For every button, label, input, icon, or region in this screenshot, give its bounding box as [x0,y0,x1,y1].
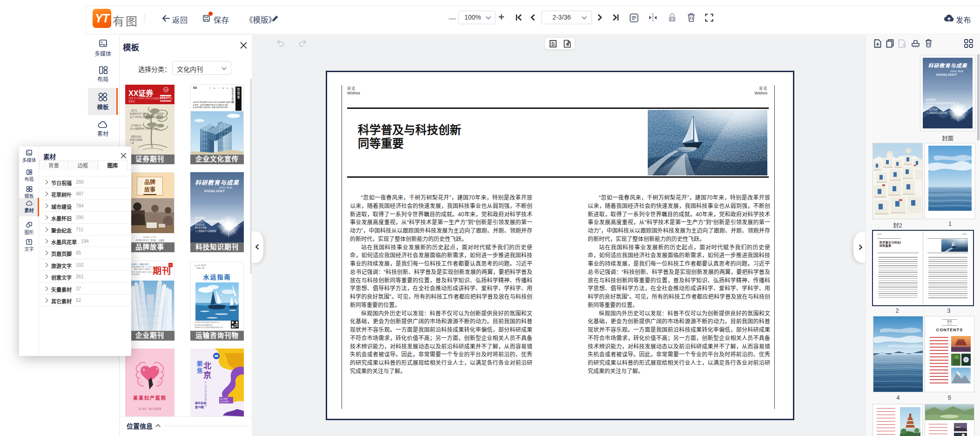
svg-text:72: 72 [902,44,906,47]
